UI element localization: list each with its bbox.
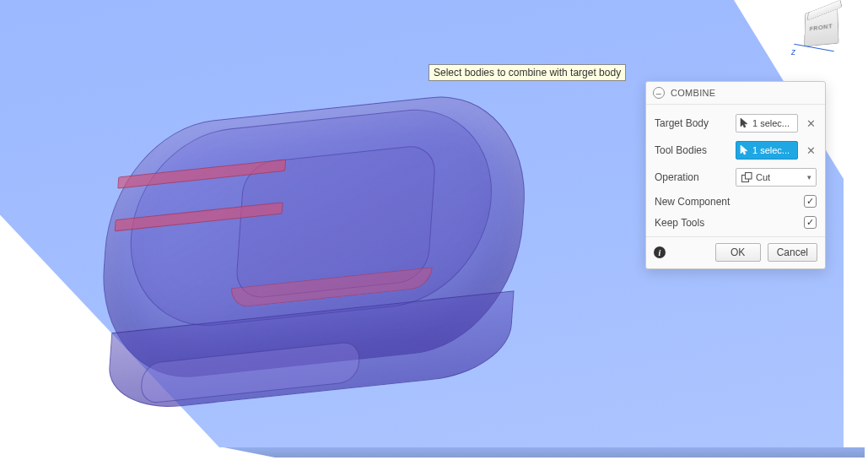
panel-footer: i OK Cancel (646, 236, 825, 268)
target-body-selector[interactable]: 1 selec... (736, 114, 798, 133)
cursor-icon (740, 117, 749, 130)
svg-rect-1 (746, 173, 752, 180)
chevron-down-icon: ▾ (807, 173, 811, 181)
operation-value: Cut (756, 172, 770, 182)
row-new-component: New Component ✓ (655, 191, 817, 212)
operation-dropdown[interactable]: Cut ▾ (736, 168, 817, 187)
label-operation: Operation (655, 171, 736, 183)
target-body-value: 1 selec... (752, 118, 790, 128)
combine-panel: – COMBINE Target Body 1 selec... ✕ Tool … (645, 81, 826, 269)
row-tool-bodies: Tool Bodies 1 selec... ✕ (655, 137, 817, 164)
workplane-edge (224, 447, 865, 457)
model[interactable] (92, 84, 550, 438)
axis-z-label: z (791, 47, 795, 57)
label-keep-tools: Keep Tools (655, 217, 804, 229)
panel-body: Target Body 1 selec... ✕ Tool Bodies (646, 105, 825, 236)
info-icon[interactable]: i (654, 246, 666, 258)
ok-button[interactable]: OK (715, 243, 761, 262)
label-target-body: Target Body (655, 117, 736, 129)
cut-icon (741, 171, 752, 183)
status-tooltip: Select bodies to combine with target bod… (429, 64, 626, 81)
viewcube[interactable]: FRONT (794, 3, 844, 54)
label-tool-bodies: Tool Bodies (655, 144, 736, 156)
tool-bodies-selector[interactable]: 1 selec... (736, 141, 798, 160)
tool-bodies-value: 1 selec... (752, 145, 790, 155)
clear-target-icon[interactable]: ✕ (805, 117, 817, 130)
collapse-icon[interactable]: – (653, 87, 665, 99)
cursor-icon (740, 144, 749, 157)
row-keep-tools: Keep Tools ✓ (655, 212, 817, 233)
panel-title: COMBINE (671, 88, 715, 98)
cancel-button[interactable]: Cancel (768, 243, 817, 262)
clear-tools-icon[interactable]: ✕ (805, 144, 817, 157)
panel-header[interactable]: – COMBINE (646, 82, 825, 105)
new-component-checkbox[interactable]: ✓ (804, 195, 817, 208)
row-target-body: Target Body 1 selec... ✕ (655, 110, 817, 137)
viewcube-front-label: FRONT (810, 22, 833, 32)
row-operation: Operation Cut ▾ (655, 164, 817, 191)
keep-tools-checkbox[interactable]: ✓ (804, 216, 817, 229)
label-new-component: New Component (655, 196, 804, 208)
